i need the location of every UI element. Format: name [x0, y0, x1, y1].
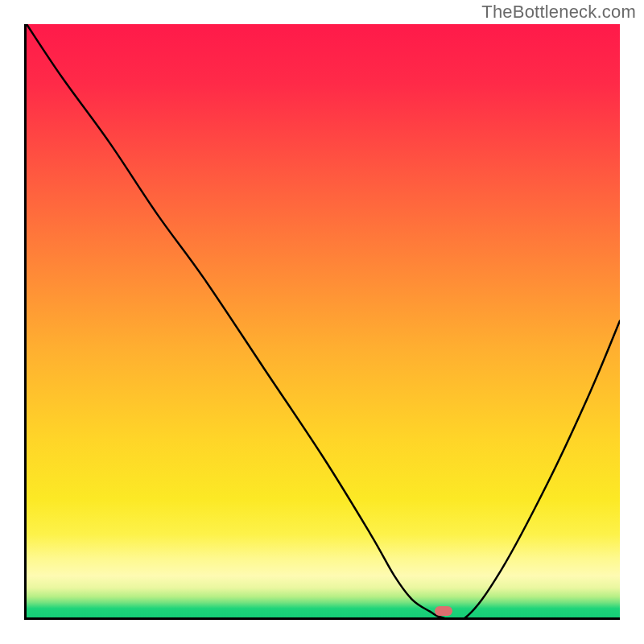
- watermark-text: TheBottleneck.com: [481, 2, 636, 23]
- optimal-point-marker: [435, 606, 452, 616]
- bottleneck-curve: [27, 24, 620, 617]
- curve-path: [27, 24, 620, 617]
- chart-area: [24, 24, 620, 620]
